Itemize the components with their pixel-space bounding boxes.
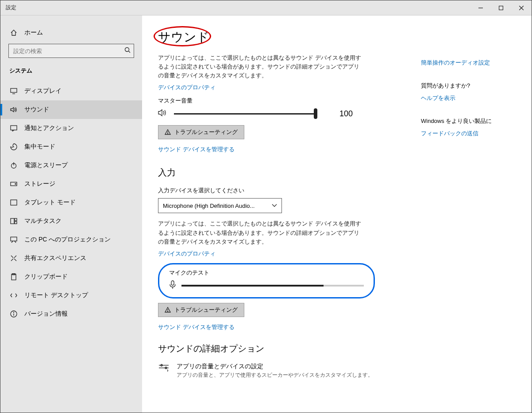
troubleshoot-output-button[interactable]: トラブルシューティング (158, 125, 244, 139)
nav-label: この PC へのプロジェクション (24, 236, 111, 244)
nav-label: クリップボード (24, 273, 68, 281)
nav-label: ストレージ (24, 180, 55, 188)
nav-shared[interactable]: 共有エクスペリエンス (0, 249, 142, 268)
svg-rect-16 (15, 218, 17, 221)
maximize-button[interactable] (491, 1, 511, 15)
app-volume-link[interactable]: アプリの音量とデバイスの設定 アプリの音量と、アプリで使用するスピーカーやデバイ… (158, 363, 419, 379)
nav-focus[interactable]: 集中モード (0, 138, 142, 156)
nav-notifications[interactable]: 通知とアクション (0, 119, 142, 138)
volume-slider[interactable] (174, 108, 316, 119)
home-link[interactable]: ホーム (0, 25, 142, 40)
svg-rect-1 (499, 6, 503, 10)
category-label: システム (0, 64, 142, 82)
search-icon (124, 47, 131, 55)
info-icon (9, 310, 18, 317)
manage-devices-link[interactable]: サウンド デバイスを管理する (158, 145, 419, 153)
nav-storage[interactable]: ストレージ (0, 175, 142, 193)
volume-value: 100 (339, 109, 353, 119)
manage-devices-link-2[interactable]: サウンド デバイスを管理する (158, 323, 419, 331)
svg-point-33 (168, 311, 168, 311)
nav-sound[interactable]: サウンド (0, 100, 142, 119)
nav-label: 電源とスリープ (24, 161, 68, 169)
remote-icon (9, 292, 18, 299)
master-volume-label: マスター音量 (158, 97, 419, 105)
nav-tablet[interactable]: タブレット モード (0, 193, 142, 212)
window-controls (470, 1, 532, 15)
output-description: アプリによっては、ここで選択したものとは異なるサウンド デバイスを使用するように… (158, 54, 362, 80)
troubleshoot-label: トラブルシューティング (174, 306, 238, 314)
mic-test-section: マイクのテスト (158, 263, 375, 298)
nav-label: サウンド (24, 106, 49, 114)
svg-line-19 (11, 256, 13, 258)
mixer-icon (158, 363, 170, 379)
storage-icon (9, 182, 18, 186)
main-content: サウンド アプリによっては、ここで選択したものとは異なるサウンド デバイスを使用… (142, 15, 532, 413)
adv-item-subtitle: アプリの音量と、アプリで使用するスピーカーやデバイスをカスタマイズします。 (177, 371, 373, 379)
search-box[interactable] (8, 44, 134, 58)
svg-point-27 (14, 312, 14, 313)
nav-about[interactable]: バージョン情報 (0, 305, 142, 323)
search-input[interactable] (8, 44, 134, 58)
nav-remote[interactable]: リモート デスクトップ (0, 286, 142, 305)
sidebar: ホーム システム ディスプレイ サウンド 通知とアクション 集中モード 電源 (0, 15, 142, 413)
nav-label: 共有エクスペリエンス (24, 254, 86, 262)
nav-label: マルチタスク (24, 217, 62, 225)
page-title: サウンド (158, 29, 209, 46)
nav-label: バージョン情報 (24, 310, 68, 318)
help-link[interactable]: ヘルプを表示 (421, 94, 518, 102)
sound-icon (9, 107, 18, 113)
ease-of-access-link[interactable]: 簡単操作のオーディオ設定 (421, 59, 518, 67)
device-properties-link-input[interactable]: デバイスのプロパティ (158, 250, 419, 258)
nav-label: 集中モード (24, 143, 55, 151)
mic-level-fill (181, 285, 324, 287)
power-icon (9, 162, 18, 169)
feedback-link[interactable]: フィードバックの送信 (421, 130, 518, 138)
dropdown-value: Microphone (High Definition Audio... (163, 203, 254, 209)
input-device-dropdown[interactable]: Microphone (High Definition Audio... (158, 198, 282, 213)
notification-icon (9, 125, 18, 131)
home-icon (9, 29, 18, 36)
nav-clipboard[interactable]: クリップボード (0, 268, 142, 286)
svg-rect-18 (11, 237, 17, 241)
title-bar: 設定 (0, 0, 532, 15)
mic-test-label: マイクのテスト (169, 269, 364, 277)
mic-level-bar (181, 285, 364, 287)
svg-rect-13 (11, 200, 17, 205)
warning-icon (165, 129, 171, 135)
slider-thumb[interactable] (314, 108, 317, 119)
svg-line-20 (14, 256, 16, 258)
svg-line-21 (11, 259, 13, 261)
share-icon (9, 255, 18, 262)
nav-label: 通知とアクション (24, 124, 74, 132)
nav-label: ディスプレイ (24, 87, 62, 95)
svg-rect-30 (171, 281, 174, 285)
input-description: アプリによっては、ここで選択したものとは異なるサウンド デバイスを使用するように… (158, 219, 362, 246)
nav-label: タブレット モード (24, 199, 76, 206)
improve-header: Windows をより良い製品に (421, 117, 518, 125)
svg-rect-17 (15, 222, 17, 224)
tablet-icon (9, 199, 18, 206)
focus-icon (9, 143, 18, 150)
troubleshoot-input-button[interactable]: トラブルシューティング (158, 303, 244, 317)
warning-icon (165, 307, 171, 313)
svg-line-22 (14, 259, 16, 261)
close-button[interactable] (511, 1, 532, 15)
advanced-header: サウンドの詳細オプション (158, 343, 419, 355)
display-icon (9, 88, 18, 94)
microphone-icon (169, 280, 176, 291)
nav-label: リモート デスクトップ (24, 291, 88, 299)
svg-point-12 (15, 184, 16, 184)
qa-header: 質問がありますか? (421, 82, 518, 90)
input-header: 入力 (158, 167, 419, 179)
nav-multitask[interactable]: マルチタスク (0, 212, 142, 230)
device-properties-link[interactable]: デバイスのプロパティ (158, 84, 419, 92)
minimize-button[interactable] (470, 1, 491, 15)
home-label: ホーム (24, 29, 43, 37)
input-select-label: 入力デバイスを選択してください (158, 187, 419, 195)
nav-power[interactable]: 電源とスリープ (0, 156, 142, 175)
svg-rect-6 (11, 88, 17, 92)
troubleshoot-label: トラブルシューティング (174, 128, 238, 136)
right-column: 簡単操作のオーディオ設定 質問がありますか? ヘルプを表示 Windows をよ… (421, 59, 518, 153)
nav-display[interactable]: ディスプレイ (0, 82, 142, 100)
nav-projection[interactable]: この PC へのプロジェクション (0, 230, 142, 249)
